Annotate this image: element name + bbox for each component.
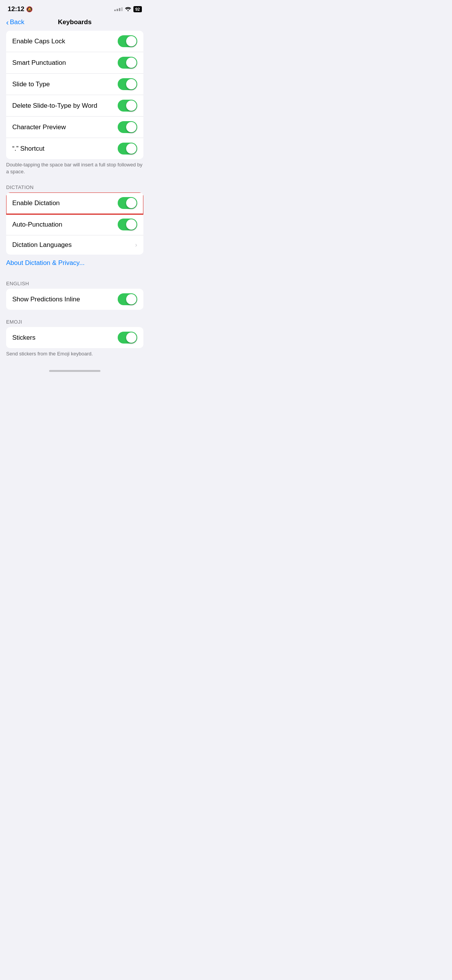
- setting-row-enable-dictation: Enable Dictation: [6, 192, 143, 214]
- setting-label-stickers: Stickers: [12, 334, 35, 342]
- setting-label-dictation-languages: Dictation Languages: [12, 241, 72, 249]
- emoji-section-label: EMOJI: [0, 319, 150, 327]
- setting-row-period-shortcut: “.” Shortcut: [6, 138, 143, 159]
- toggle-delete-slide-to-type[interactable]: [118, 100, 137, 112]
- toggle-enable-dictation[interactable]: [118, 197, 137, 209]
- wifi-icon: [125, 6, 131, 12]
- setting-label-show-predictions-inline: Show Predictions Inline: [12, 296, 80, 303]
- toggle-period-shortcut[interactable]: [118, 143, 137, 155]
- signal-icon: [114, 7, 123, 11]
- battery-indicator: 92: [133, 6, 142, 12]
- setting-row-slide-to-type: Slide to Type: [6, 74, 143, 95]
- status-icons: 92: [114, 6, 142, 12]
- setting-row-show-predictions-inline: Show Predictions Inline: [6, 289, 143, 310]
- mute-icon: 🔕: [26, 6, 33, 12]
- dictation-settings-group: DICTATION Enable Dictation Auto-Punctuat…: [0, 184, 150, 271]
- page-title: Keyboards: [58, 18, 92, 26]
- home-bar: [49, 370, 100, 372]
- english-settings-card: Show Predictions Inline: [6, 289, 143, 310]
- chevron-right-icon: ›: [135, 241, 137, 249]
- chevron-left-icon: ‹: [6, 18, 9, 27]
- toggle-enable-caps-lock[interactable]: [118, 35, 137, 47]
- setting-label-delete-slide-to-type: Delete Slide-to-Type by Word: [12, 102, 97, 110]
- setting-row-character-preview: Character Preview: [6, 117, 143, 138]
- main-section-footer: Double-tapping the space bar will insert…: [0, 159, 150, 175]
- setting-label-character-preview: Character Preview: [12, 123, 66, 131]
- toggle-slide-to-type[interactable]: [118, 78, 137, 90]
- back-button[interactable]: ‹ Back: [6, 18, 24, 27]
- setting-row-stickers: Stickers: [6, 327, 143, 348]
- toggle-auto-punctuation[interactable]: [118, 219, 137, 230]
- setting-row-delete-slide-to-type: Delete Slide-to-Type by Word: [6, 95, 143, 117]
- dictation-privacy-link[interactable]: About Dictation & Privacy...: [0, 255, 150, 271]
- setting-label-enable-caps-lock: Enable Caps Lock: [12, 38, 65, 45]
- status-bar: 12:12 🔕 92: [0, 0, 150, 15]
- dictation-section-label: DICTATION: [0, 184, 150, 192]
- main-settings-card: Enable Caps Lock Smart Punctuation Slide…: [6, 31, 143, 159]
- emoji-settings-card: Stickers: [6, 327, 143, 348]
- home-indicator: [0, 367, 150, 373]
- toggle-show-predictions-inline[interactable]: [118, 293, 137, 305]
- setting-row-enable-caps-lock: Enable Caps Lock: [6, 31, 143, 52]
- nav-bar: ‹ Back Keyboards: [0, 15, 150, 31]
- setting-label-auto-punctuation: Auto-Punctuation: [12, 221, 62, 229]
- emoji-settings-group: EMOJI Stickers Send stickers from the Em…: [0, 319, 150, 357]
- setting-label-smart-punctuation: Smart Punctuation: [12, 59, 66, 67]
- main-settings-group: Enable Caps Lock Smart Punctuation Slide…: [0, 31, 150, 175]
- toggle-character-preview[interactable]: [118, 121, 137, 133]
- setting-row-smart-punctuation: Smart Punctuation: [6, 52, 143, 74]
- status-time: 12:12 🔕: [8, 5, 33, 13]
- dictation-settings-card: Enable Dictation Auto-Punctuation Dictat…: [6, 192, 143, 255]
- english-section-label: ENGLISH: [0, 281, 150, 289]
- toggle-smart-punctuation[interactable]: [118, 57, 137, 69]
- setting-label-enable-dictation: Enable Dictation: [12, 199, 60, 207]
- setting-label-period-shortcut: “.” Shortcut: [12, 145, 44, 153]
- setting-label-slide-to-type: Slide to Type: [12, 81, 50, 88]
- english-settings-group: ENGLISH Show Predictions Inline: [0, 281, 150, 310]
- setting-row-dictation-languages[interactable]: Dictation Languages ›: [6, 235, 143, 255]
- emoji-section-footer: Send stickers from the Emoji keyboard.: [0, 348, 150, 357]
- toggle-stickers[interactable]: [118, 332, 137, 344]
- setting-row-auto-punctuation: Auto-Punctuation: [6, 214, 143, 235]
